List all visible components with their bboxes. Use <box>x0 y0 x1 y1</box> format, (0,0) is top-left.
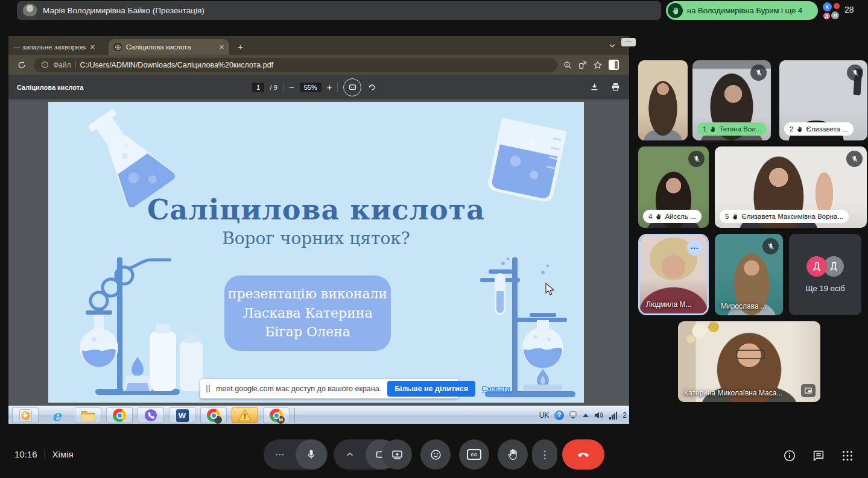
window-minimize-button[interactable]: — <box>621 38 636 46</box>
tab-title: Саліцилова кислота <box>126 43 215 51</box>
chat-button[interactable] <box>811 448 826 464</box>
pdf-zoom-level[interactable]: 55% <box>300 83 322 92</box>
tile-more-options-button[interactable]: ⋯ <box>687 240 703 256</box>
meeting-clock-area: 10:16 Хімія <box>14 449 74 459</box>
presenter-avatar <box>23 4 37 17</box>
tab-close-icon[interactable]: ✕ <box>90 43 95 51</box>
share-page-icon[interactable] <box>578 60 588 70</box>
participant-tile[interactable]: Катерина Миколаївна Маса... <box>678 321 820 402</box>
system-tray: UK ? 2 <box>539 406 629 424</box>
end-call-button[interactable] <box>562 439 604 470</box>
stop-sharing-button[interactable]: Більше не ділитися <box>387 381 475 397</box>
url-field[interactable]: Файл C:/Users/ADMIN/Downloads/Саліцилова… <box>34 58 557 72</box>
participant-tile-active-speaker[interactable]: ⋯ Людмила М... <box>638 234 709 315</box>
meet-window: Марія Володимирівна Байко (Презентація) … <box>0 0 868 478</box>
meeting-name: Хімія <box>52 449 74 459</box>
url-divider <box>75 61 76 69</box>
tray-volume-icon[interactable] <box>594 411 604 420</box>
tray-expand-icon[interactable] <box>583 414 589 417</box>
raised-hands-pill[interactable]: на Володимирівна Бурим і ще 4 <box>666 1 818 20</box>
slide-subtitle: Ворог чорних цяток? <box>48 228 584 248</box>
pause-sharing-icon[interactable] <box>206 385 210 392</box>
participant-tile[interactable] <box>638 60 688 140</box>
captions-icon: cc <box>467 449 481 460</box>
raised-hand-icon <box>709 126 716 133</box>
word-taskbar-icon[interactable]: W <box>169 407 195 423</box>
participant-name: Катерина Миколаївна Маса... <box>684 389 782 397</box>
participant-tile[interactable]: 2 Єлизавета ... <box>779 60 867 140</box>
meeting-details-button[interactable] <box>782 448 797 464</box>
zoom-in-button[interactable]: + <box>327 82 332 92</box>
tray-help-icon[interactable]: ? <box>554 410 564 420</box>
print-icon[interactable] <box>610 82 621 92</box>
participant-count[interactable]: 28 <box>844 5 854 14</box>
overflow-avatars: Д Д <box>806 256 844 277</box>
avatar-dot <box>834 3 840 9</box>
pdf-controls: 1 / 9 − 55% + <box>252 78 376 96</box>
pdf-page-input[interactable]: 1 <box>252 83 264 92</box>
overflow-participants-tile[interactable]: Д Д Ще 19 осіб <box>789 234 861 315</box>
rotate-button[interactable] <box>367 83 376 92</box>
presenter-name: Марія Володимирівна Байко (Презентація) <box>43 6 204 15</box>
participant-name-badge: 2 Єлизавета ... <box>784 122 854 136</box>
bookmark-star-icon[interactable] <box>593 60 603 70</box>
chrome-meet-taskbar-icon[interactable]: M <box>263 407 290 423</box>
camera-options-chevron[interactable] <box>334 439 366 470</box>
participant-tile[interactable]: 1 Тетяна Вол... <box>692 60 771 140</box>
presenter-bar[interactable]: Марія Володимирівна Байко (Презентація) <box>17 1 661 20</box>
hide-banner-link[interactable]: Сховати <box>481 385 510 393</box>
screen-share-banner: meet.google.com має доступ до вашого екр… <box>200 379 458 398</box>
chrome-address-bar: Файл C:/Users/ADMIN/Downloads/Саліцилова… <box>8 55 629 75</box>
participant-tile[interactable]: Мирослава ... <box>715 234 783 315</box>
raised-hand-icon <box>796 126 803 133</box>
mic-button[interactable] <box>296 439 327 470</box>
pdf-doc-title: Саліцилова кислота <box>17 84 83 91</box>
grid-icon <box>841 449 854 462</box>
zoom-out-button[interactable]: − <box>289 82 294 92</box>
participant-name-badge: 4 Айсєль ... <box>643 210 702 223</box>
file-explorer-taskbar-icon[interactable] <box>75 407 101 423</box>
download-icon[interactable] <box>589 82 600 92</box>
participant-name-badge: 5 Єлизавета Максимівна Ворна... <box>720 210 849 223</box>
share-banner-message: meet.google.com має доступ до вашого екр… <box>216 385 381 393</box>
participant-tile[interactable]: 5 Єлизавета Максимівна Ворна... <box>715 146 867 228</box>
tray-device-icon[interactable] <box>569 411 577 420</box>
chrome-taskbar-icon[interactable] <box>106 407 133 423</box>
internet-explorer-taskbar-icon[interactable]: e <box>43 407 70 423</box>
participant-tile[interactable]: 4 Айсєль ... <box>638 146 709 228</box>
more-options-button[interactable]: ⋮ <box>532 439 557 470</box>
new-tab-button[interactable]: + <box>238 42 243 52</box>
info-icon[interactable] <box>41 61 49 69</box>
tab-active[interactable]: Саліцилова кислота ✕ <box>109 39 229 55</box>
mic-off-icon <box>750 64 767 81</box>
reactions-button[interactable] <box>420 439 451 470</box>
tray-language[interactable]: UK <box>539 411 550 420</box>
mic-button-group[interactable]: ⋯ <box>264 439 328 470</box>
viber-taskbar-icon[interactable] <box>138 407 164 423</box>
zoom-page-icon[interactable] <box>563 60 572 70</box>
tray-clock[interactable]: 2 <box>622 411 627 420</box>
media-player-taskbar-icon[interactable] <box>12 407 39 423</box>
right-lab-apparatus-illustration <box>477 257 584 401</box>
present-screen-button[interactable] <box>382 439 412 470</box>
side-panel-icon[interactable] <box>609 60 619 70</box>
mic-options-dots[interactable]: ⋯ <box>264 439 296 470</box>
captions-button[interactable]: cc <box>459 439 489 470</box>
reload-icon[interactable] <box>17 60 27 70</box>
tab-close-icon[interactable]: ✕ <box>219 43 224 51</box>
mic-off-icon <box>688 151 705 167</box>
fit-to-page-button[interactable] <box>343 78 361 96</box>
tab-inactive[interactable]: — запальне захворюванн ✕ <box>8 39 100 55</box>
chrome-profile-taskbar-icon[interactable] <box>200 407 227 423</box>
shared-screen-region[interactable]: — запальне захворюванн ✕ Саліцилова кисл… <box>8 36 629 424</box>
tab-search-chevron-icon[interactable] <box>608 42 616 50</box>
credits-line: Ласкава Катерина <box>224 304 391 323</box>
tray-network-icon[interactable] <box>609 412 617 420</box>
picture-in-picture-icon[interactable] <box>801 384 816 397</box>
raise-hand-button[interactable] <box>498 439 528 470</box>
participants-avatar-cluster[interactable]: К Д Л <box>823 2 840 19</box>
avatar-d: Д <box>823 13 830 19</box>
warning-taskbar-icon[interactable]: ! <box>232 407 258 423</box>
file-scheme-label: Файл <box>53 61 71 69</box>
activities-button[interactable] <box>840 448 855 464</box>
